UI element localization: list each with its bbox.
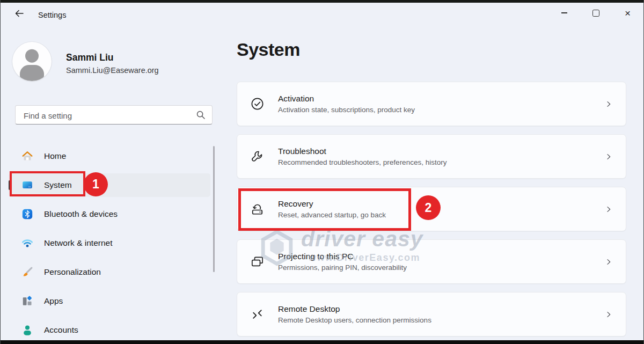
avatar[interactable]	[12, 42, 52, 81]
chevron-right-icon	[604, 205, 613, 214]
card-text: Remote Desktop Remote Desktop users, con…	[278, 304, 604, 324]
search-icon[interactable]	[195, 109, 206, 122]
card-projecting[interactable]: Projecting to this PC Permissions, pairi…	[237, 239, 626, 284]
card-title: Projecting to this PC	[278, 252, 604, 261]
sidebar-item-label: Apps	[44, 296, 63, 306]
maximize-button[interactable]	[580, 2, 612, 24]
search-input[interactable]	[23, 106, 191, 125]
window-bottom-edge	[1, 340, 643, 344]
chevron-right-icon	[604, 100, 613, 108]
card-subtitle: Reset, advanced startup, go back	[278, 211, 604, 219]
recovery-drive-icon	[250, 202, 265, 216]
maximize-icon	[592, 10, 599, 17]
accounts-icon	[21, 324, 33, 336]
card-title: Recovery	[278, 199, 604, 209]
sidebar-nav: Home System	[9, 144, 210, 344]
card-text: Activation Activation state, subscriptio…	[278, 94, 604, 114]
network-icon	[21, 237, 33, 249]
card-text: Troubleshoot Recommended troubleshooters…	[278, 147, 604, 166]
chevron-right-icon	[604, 310, 613, 319]
card-title: Activation	[278, 94, 604, 104]
minimize-icon	[561, 12, 567, 13]
activation-check-icon	[250, 97, 265, 111]
card-text: Recovery Reset, advanced startup, go bac…	[278, 199, 604, 219]
card-subtitle: Remote Desktop users, connection permiss…	[278, 316, 604, 324]
card-title: Remote Desktop	[278, 304, 604, 314]
home-icon	[21, 150, 33, 162]
wrench-icon	[250, 149, 265, 164]
sidebar-item-accounts[interactable]: Accounts	[9, 318, 210, 342]
sidebar: Sammi Liu Sammi.Liu@Easeware.org Home	[1, 28, 222, 340]
card-text: Projecting to this PC Permissions, pairi…	[278, 252, 604, 272]
sidebar-item-network-internet[interactable]: Network & internet	[9, 231, 210, 255]
selection-indicator	[9, 180, 11, 190]
close-button[interactable]: ×	[612, 2, 643, 24]
window-controls: ×	[548, 2, 643, 24]
app-title: Settings	[38, 11, 66, 19]
titlebar: Settings ×	[1, 3, 643, 28]
window-top-edge	[1, 0, 643, 3]
back-arrow-icon	[14, 8, 25, 21]
settings-cards: Activation Activation state, subscriptio…	[237, 82, 626, 344]
sidebar-item-apps[interactable]: Apps	[9, 289, 210, 313]
close-icon: ×	[625, 8, 631, 18]
sidebar-item-personalization[interactable]: Personalization	[9, 260, 210, 284]
sidebar-item-label: Home	[44, 151, 66, 161]
bluetooth-icon	[21, 208, 33, 220]
sidebar-item-label: Personalization	[44, 267, 101, 277]
person-silhouette-icon	[12, 74, 52, 81]
sidebar-item-label: Network & internet	[44, 238, 113, 248]
chevron-right-icon	[604, 152, 613, 161]
user-name: Sammi Liu	[66, 52, 114, 63]
card-subtitle: Recommended troubleshooters, preferences…	[278, 158, 604, 166]
apps-icon	[21, 295, 33, 307]
back-button[interactable]	[10, 6, 28, 23]
projecting-screens-icon	[250, 254, 265, 269]
sidebar-scrollbar[interactable]	[213, 146, 215, 272]
sidebar-item-bluetooth-devices[interactable]: Bluetooth & devices	[9, 202, 210, 226]
settings-window: Settings × Sammi Liu Sammi.Liu@Easeware.…	[0, 0, 644, 344]
sidebar-item-home[interactable]: Home	[9, 144, 210, 168]
card-title: Troubleshoot	[278, 147, 604, 156]
card-activation[interactable]: Activation Activation state, subscriptio…	[237, 82, 626, 126]
card-recovery[interactable]: Recovery Reset, advanced startup, go bac…	[237, 187, 626, 231]
card-remote-desktop[interactable]: Remote Desktop Remote Desktop users, con…	[237, 292, 626, 336]
minimize-button[interactable]	[548, 2, 580, 24]
user-email: Sammi.Liu@Easeware.org	[66, 66, 159, 75]
remote-desktop-icon	[250, 307, 265, 321]
card-subtitle: Activation state, subscriptions, product…	[278, 106, 604, 114]
system-icon	[21, 179, 33, 191]
sidebar-item-system[interactable]: System	[9, 173, 210, 197]
sidebar-item-label: System	[44, 180, 72, 190]
search-box	[15, 105, 213, 125]
personalization-icon	[21, 266, 33, 278]
card-troubleshoot[interactable]: Troubleshoot Recommended troubleshooters…	[237, 134, 626, 179]
card-subtitle: Permissions, pairing PIN, discoverabilit…	[278, 264, 604, 272]
sidebar-item-label: Accounts	[44, 325, 78, 335]
chevron-right-icon	[604, 258, 613, 266]
page-title: System	[237, 39, 300, 60]
sidebar-item-label: Bluetooth & devices	[44, 209, 118, 219]
